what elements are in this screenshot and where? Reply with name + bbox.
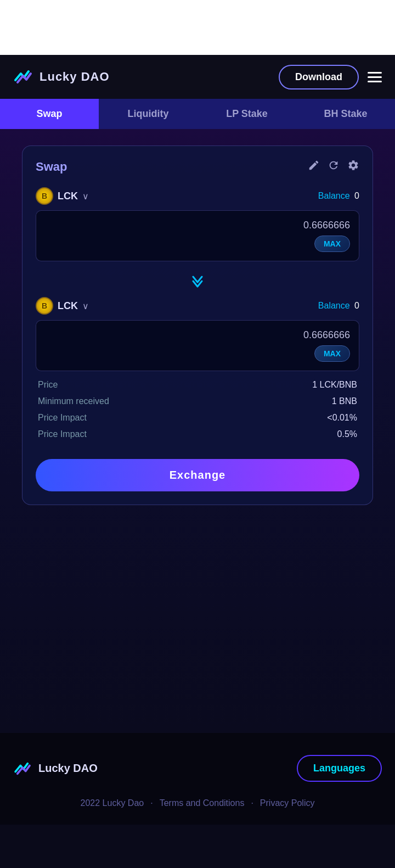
from-token-icon: B (36, 187, 53, 205)
to-token-icon: B (36, 297, 53, 315)
header-right: Download (279, 65, 382, 89)
swap-card: Swap (22, 145, 373, 505)
to-balance-label: Balance (318, 301, 350, 310)
price-impact-label-1: Price Impact (38, 413, 87, 423)
min-received-row: Minimum received 1 BNB (38, 396, 357, 406)
to-token-balance: Balance 0 (318, 301, 359, 311)
tab-liquidity[interactable]: Liquidity (99, 99, 198, 129)
to-token-row: B LCK ∨ Balance 0 (36, 297, 359, 315)
from-input-value: 0.6666666 (45, 220, 350, 231)
to-token-selector[interactable]: B LCK ∨ (36, 297, 89, 315)
from-balance-value: 0 (354, 191, 359, 200)
price-value: 1 LCK/BNB (312, 380, 357, 390)
to-balance-value: 0 (354, 301, 359, 310)
edit-icon-button[interactable] (308, 159, 320, 174)
from-token-chevron: ∨ (82, 191, 89, 201)
logo-text: Lucky DAO (40, 70, 110, 84)
main-content: Swap (0, 129, 395, 733)
privacy-link[interactable]: Privacy Policy (260, 798, 315, 808)
price-impact-row-2: Price Impact 0.5% (38, 429, 357, 439)
tab-lp-stake[interactable]: LP Stake (198, 99, 296, 129)
menu-icon[interactable] (368, 72, 382, 82)
edit-icon (308, 159, 320, 171)
footer-logo: Lucky DAO (13, 761, 98, 776)
terms-link[interactable]: Terms and Conditions (160, 798, 245, 808)
swap-card-title: Swap (36, 160, 67, 174)
footer-bottom: 2022 Lucky Dao · Terms and Conditions · … (13, 798, 382, 808)
languages-button[interactable]: Languages (297, 755, 382, 782)
from-token-name: LCK (58, 191, 78, 202)
tab-bh-stake[interactable]: BH Stake (296, 99, 395, 129)
from-token-balance: Balance 0 (318, 191, 359, 201)
to-input-value: 0.6666666 (45, 329, 350, 341)
footer-copyright: 2022 Lucky Dao (81, 798, 144, 808)
min-received-value: 1 BNB (332, 396, 357, 406)
logo: Lucky DAO (13, 69, 110, 85)
refresh-icon-button[interactable] (328, 159, 340, 174)
tab-swap[interactable]: Swap (0, 99, 99, 129)
settings-icon-button[interactable] (347, 159, 359, 174)
footer: Lucky DAO Languages 2022 Lucky Dao · Ter… (0, 733, 395, 825)
footer-dot-1: · (150, 798, 153, 808)
price-row: Price 1 LCK/BNB (38, 380, 357, 390)
swap-direction-icon[interactable] (188, 270, 207, 293)
footer-dot-2: · (251, 798, 253, 808)
from-token-row: B LCK ∨ Balance 0 (36, 187, 359, 205)
swap-card-header: Swap (36, 159, 359, 174)
price-label: Price (38, 380, 58, 390)
price-impact-value-1: <0.01% (327, 413, 357, 423)
from-token-selector[interactable]: B LCK ∨ (36, 187, 89, 205)
refresh-icon (328, 159, 340, 171)
from-max-button[interactable]: MAX (314, 236, 350, 252)
swap-card-icons (308, 159, 359, 174)
nav-tabs: Swap Liquidity LP Stake BH Stake (0, 99, 395, 129)
to-token-name: LCK (58, 300, 78, 312)
download-button[interactable]: Download (279, 65, 359, 89)
gear-icon (347, 159, 359, 171)
price-impact-label-2: Price Impact (38, 429, 87, 439)
header: Lucky DAO Download (0, 55, 395, 99)
price-impact-value-2: 0.5% (337, 429, 357, 439)
price-impact-row-1: Price Impact <0.01% (38, 413, 357, 423)
exchange-button[interactable]: Exchange (36, 459, 359, 491)
footer-logo-icon (13, 761, 33, 776)
swap-arrow-container (36, 270, 359, 293)
from-input-field: 0.6666666 MAX (36, 210, 359, 261)
footer-top: Lucky DAO Languages (13, 755, 382, 782)
to-token-chevron: ∨ (82, 301, 89, 311)
logo-icon (13, 69, 34, 85)
price-info: Price 1 LCK/BNB Minimum received 1 BNB P… (36, 380, 359, 439)
from-balance-label: Balance (318, 191, 350, 200)
top-space (0, 0, 395, 55)
to-input-field: 0.6666666 MAX (36, 320, 359, 371)
footer-logo-text: Lucky DAO (38, 762, 98, 775)
min-received-label: Minimum received (38, 396, 109, 406)
to-max-button[interactable]: MAX (314, 345, 350, 362)
